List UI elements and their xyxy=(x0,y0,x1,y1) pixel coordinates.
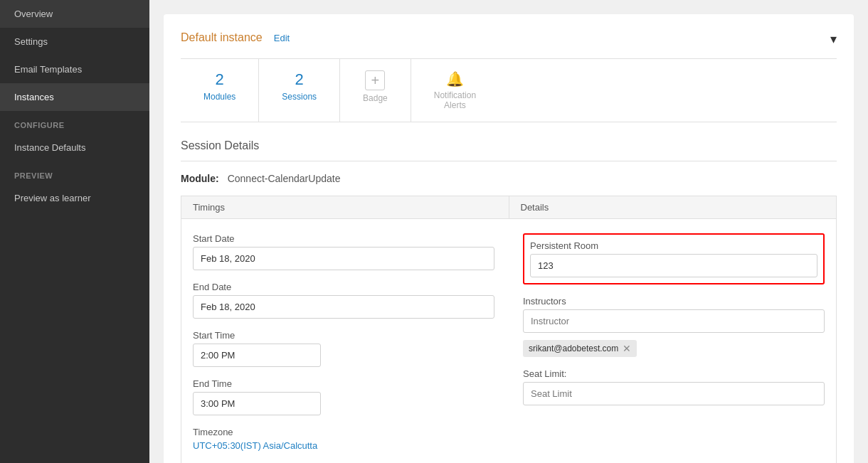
session-form: Start Date End Date Start Time End Time … xyxy=(181,218,837,463)
sessions-label: Sessions xyxy=(282,92,317,102)
module-label: Module: xyxy=(181,173,219,184)
tab-details[interactable]: Details xyxy=(509,196,837,218)
start-date-label: Start Date xyxy=(193,233,494,244)
form-left: Start Date End Date Start Time End Time … xyxy=(193,233,494,451)
main-content: Default instance Edit ▾ 2 Modules 2 Sess… xyxy=(149,0,868,463)
module-row: Module: Connect-CalendarUpdate xyxy=(181,173,837,184)
end-date-label: End Date xyxy=(193,282,494,292)
sidebar-item-label: Instance Defaults xyxy=(14,142,85,153)
sessions-stat[interactable]: 2 Sessions xyxy=(259,59,340,122)
end-time-label: End Time xyxy=(193,378,494,389)
badge-icon: + xyxy=(365,70,385,90)
table-header: Timings Details xyxy=(181,196,837,218)
persistent-room-section: Persistent Room xyxy=(523,233,825,284)
end-time-group: End Time xyxy=(193,378,494,415)
notification-icon: 🔔 xyxy=(446,70,464,87)
session-details-title: Session Details xyxy=(181,139,837,152)
sidebar-item-label: Preview as learner xyxy=(14,193,91,203)
module-value: Connect-CalendarUpdate xyxy=(228,173,341,184)
timezone-group: Timezone UTC+05:30(IST) Asia/Calcutta xyxy=(193,427,494,451)
sidebar-item-overview[interactable]: Overview xyxy=(0,0,149,28)
end-date-group: End Date xyxy=(193,282,494,319)
sidebar-item-label: Settings xyxy=(14,36,48,47)
badge-label: Badge xyxy=(363,93,388,103)
sidebar-item-instances[interactable]: Instances xyxy=(0,83,149,111)
instructors-group: Instructors srikant@adobetest.com ✕ xyxy=(523,296,825,357)
end-time-input[interactable] xyxy=(193,392,321,415)
instructors-label: Instructors xyxy=(523,296,825,307)
timezone-value[interactable]: UTC+05:30(IST) Asia/Calcutta xyxy=(193,440,494,451)
seat-limit-input[interactable] xyxy=(523,382,825,405)
sidebar-item-email-templates[interactable]: Email Templates xyxy=(0,55,149,83)
preview-section-label: PREVIEW xyxy=(0,161,149,184)
modules-stat[interactable]: 2 Modules xyxy=(181,59,259,122)
configure-section-label: CONFIGURE xyxy=(0,111,149,134)
persistent-room-label: Persistent Room xyxy=(530,240,817,251)
sidebar-item-label: Instances xyxy=(14,92,54,102)
sidebar-item-settings[interactable]: Settings xyxy=(0,28,149,55)
instructor-email: srikant@adobetest.com xyxy=(529,344,618,353)
card-header: Default instance Edit xyxy=(181,31,837,44)
modules-count: 2 xyxy=(216,70,224,89)
section-divider xyxy=(181,161,837,161)
sidebar-item-preview-learner[interactable]: Preview as learner xyxy=(0,184,149,212)
seat-limit-group: Seat Limit: xyxy=(523,368,825,405)
instructor-tag: srikant@adobetest.com ✕ xyxy=(523,340,637,357)
notification-label: NotificationAlerts xyxy=(434,90,476,110)
sessions-count: 2 xyxy=(295,70,304,89)
tab-timings[interactable]: Timings xyxy=(181,196,509,218)
start-time-input[interactable] xyxy=(193,344,321,367)
chevron-down-icon[interactable]: ▾ xyxy=(830,31,837,47)
start-time-group: Start Time xyxy=(193,330,494,367)
badge-stat[interactable]: + Badge xyxy=(340,59,411,122)
persistent-room-input[interactable] xyxy=(530,254,817,277)
sidebar-item-label: Overview xyxy=(14,9,53,19)
end-date-input[interactable] xyxy=(193,295,494,319)
modules-label: Modules xyxy=(203,92,235,102)
stats-row: 2 Modules 2 Sessions + Badge 🔔 Notificat… xyxy=(181,58,837,122)
timezone-label: Timezone xyxy=(193,427,494,437)
edit-link[interactable]: Edit xyxy=(274,33,290,43)
seat-limit-label: Seat Limit: xyxy=(523,368,825,379)
sidebar-item-label: Email Templates xyxy=(14,64,82,75)
start-date-input[interactable] xyxy=(193,247,494,270)
card-title: Default instance xyxy=(181,31,263,44)
sidebar-item-instance-defaults[interactable]: Instance Defaults xyxy=(0,134,149,161)
instructor-input[interactable] xyxy=(523,309,825,333)
start-time-label: Start Time xyxy=(193,330,494,341)
notification-stat[interactable]: 🔔 NotificationAlerts xyxy=(411,59,499,122)
sidebar: Overview Settings Email Templates Instan… xyxy=(0,0,149,463)
start-date-group: Start Date xyxy=(193,233,494,270)
remove-instructor-button[interactable]: ✕ xyxy=(623,343,631,354)
form-right: Persistent Room Instructors srikant@adob… xyxy=(523,233,825,451)
default-instance-card: Default instance Edit ▾ 2 Modules 2 Sess… xyxy=(164,14,854,463)
